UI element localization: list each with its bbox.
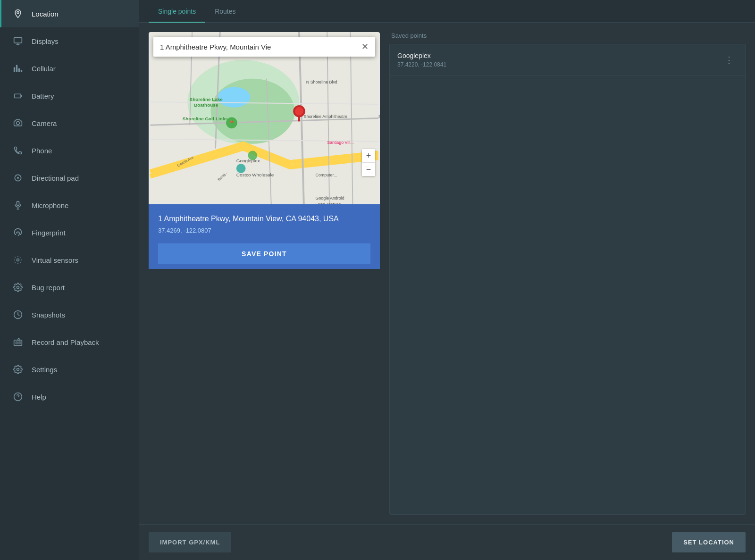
svg-text:Shoreline Amphitheatre: Shoreline Amphitheatre (378, 114, 380, 119)
sidebar-item-battery-label: Battery (32, 92, 54, 100)
bug-report-icon (13, 282, 23, 293)
import-gpx-kml-button[interactable]: IMPORT GPX/KML (149, 532, 231, 552)
sidebar-item-cellular-label: Cellular (32, 65, 56, 73)
cellular-icon (13, 63, 23, 74)
saved-point-name: Googleplex (397, 52, 721, 59)
search-bar: ✕ (153, 37, 375, 57)
svg-text:Lawn Statues: Lawn Statues (316, 202, 341, 204)
sidebar-item-camera-label: Camera (32, 119, 57, 127)
map-container: ✕ (149, 32, 380, 204)
sidebar-item-bug-report[interactable]: Bug report (0, 274, 139, 301)
map-svg: Shoreline Lake Boathouse Shoreline Golf … (149, 32, 380, 204)
sidebar-item-fingerprint[interactable]: Fingerprint (0, 219, 139, 246)
bottom-bar: IMPORT GPX/KML SET LOCATION (139, 524, 755, 560)
settings-icon (13, 364, 23, 375)
main-content: Single points Routes ✕ (139, 0, 755, 560)
svg-text:Google Android: Google Android (316, 196, 344, 201)
sidebar-item-record-playback-label: Record and Playback (32, 338, 99, 346)
list-item[interactable]: Googleplex 37.4220, -122.0841 ⋮ (390, 44, 745, 76)
svg-point-17 (17, 368, 19, 371)
battery-icon (13, 91, 23, 101)
sidebar-item-battery[interactable]: Battery (0, 82, 139, 109)
sidebar: Location Displays Cellular Battery (0, 0, 139, 560)
svg-point-5 (17, 122, 20, 125)
saved-points-panel: Saved points Googleplex 37.4220, -122.08… (389, 32, 746, 515)
clear-search-icon[interactable]: ✕ (361, 42, 369, 52)
directional-pad-icon (13, 173, 23, 183)
sidebar-item-help[interactable]: Help (0, 383, 139, 410)
svg-point-22 (211, 79, 295, 144)
zoom-in-button[interactable]: + (362, 149, 375, 162)
svg-rect-8 (17, 201, 19, 206)
sidebar-item-microphone-label: Microphone (32, 201, 68, 209)
sidebar-item-camera[interactable]: Camera (0, 109, 139, 137)
svg-point-11 (17, 259, 19, 261)
sidebar-item-help-label: Help (32, 393, 46, 401)
microphone-icon (13, 200, 23, 210)
snapshots-icon (13, 309, 23, 320)
fingerprint-icon (13, 227, 23, 238)
svg-rect-16 (19, 342, 21, 344)
sidebar-item-virtual-sensors-label: Virtual sensors (32, 256, 78, 264)
svg-text:Shoreline Golf Links: Shoreline Golf Links (183, 116, 228, 121)
camera-icon (13, 118, 23, 128)
svg-text:N Shoreline Blvd: N Shoreline Blvd (306, 80, 337, 84)
displays-icon (13, 36, 23, 46)
sidebar-item-virtual-sensors[interactable]: Virtual sensors (0, 246, 139, 274)
saved-points-list: Googleplex 37.4220, -122.0841 ⋮ (389, 44, 746, 515)
saved-point-info: Googleplex 37.4220, -122.0841 (397, 52, 721, 68)
svg-text:Shoreline Lake: Shoreline Lake (190, 97, 223, 102)
address-text: 1 Amphitheatre Pkwy, Mountain View, CA 9… (158, 214, 370, 224)
save-point-button[interactable]: SAVE POINT (158, 243, 370, 264)
tab-single-points[interactable]: Single points (149, 0, 205, 23)
svg-point-0 (17, 11, 19, 13)
sidebar-item-displays[interactable]: Displays (0, 27, 139, 55)
address-panel: 1 Amphitheatre Pkwy, Mountain View, CA 9… (149, 204, 380, 269)
svg-text:Shoreline Amphitheatre: Shoreline Amphitheatre (304, 114, 347, 119)
sidebar-item-cellular[interactable]: Cellular (0, 55, 139, 82)
svg-text:📍: 📍 (229, 120, 235, 126)
sidebar-item-location[interactable]: Location (0, 0, 139, 27)
svg-text:Googleplex: Googleplex (236, 158, 260, 163)
saved-point-coords: 37.4220, -122.0841 (397, 61, 721, 68)
help-icon (13, 392, 23, 402)
svg-rect-4 (15, 94, 21, 98)
sidebar-item-record-playback[interactable]: Record and Playback (0, 328, 139, 356)
sidebar-item-snapshots[interactable]: Snapshots (0, 301, 139, 328)
sidebar-item-snapshots-label: Snapshots (32, 311, 65, 319)
sidebar-item-phone-label: Phone (32, 147, 52, 155)
sidebar-item-settings-label: Settings (32, 366, 57, 374)
svg-point-44 (295, 107, 303, 116)
sidebar-item-phone[interactable]: Phone (0, 137, 139, 164)
record-playback-icon (13, 337, 23, 347)
sidebar-item-location-label: Location (32, 10, 59, 18)
svg-text:Santiago Vill...: Santiago Vill... (327, 140, 353, 145)
svg-point-42 (236, 164, 246, 173)
zoom-out-button[interactable]: − (362, 163, 375, 176)
svg-rect-1 (14, 38, 22, 43)
set-location-button[interactable]: SET LOCATION (672, 532, 746, 552)
sidebar-item-directional-pad-label: Directional pad (32, 174, 79, 182)
search-input[interactable] (160, 43, 361, 51)
virtual-sensors-icon (13, 255, 23, 265)
location-icon (13, 8, 23, 19)
sidebar-item-directional-pad[interactable]: Directional pad (0, 164, 139, 192)
svg-text:Boathouse: Boathouse (194, 102, 218, 108)
svg-point-12 (17, 286, 19, 289)
saved-points-title: Saved points (389, 32, 746, 39)
sidebar-item-settings[interactable]: Settings (0, 356, 139, 383)
map-card: ✕ (149, 32, 380, 515)
sidebar-item-displays-label: Displays (32, 37, 59, 45)
svg-point-41 (248, 151, 257, 160)
svg-point-15 (16, 342, 18, 344)
tab-routes[interactable]: Routes (205, 0, 245, 23)
zoom-controls: + − (362, 149, 375, 176)
svg-text:Computer...: Computer... (316, 173, 337, 177)
more-options-icon[interactable]: ⋮ (721, 52, 738, 67)
sidebar-item-microphone[interactable]: Microphone (0, 192, 139, 219)
coords-text: 37.4269, -122.0807 (158, 227, 370, 234)
sidebar-item-bug-report-label: Bug report (32, 284, 65, 292)
svg-point-7 (17, 177, 19, 179)
phone-icon (13, 145, 23, 156)
sidebar-item-fingerprint-label: Fingerprint (32, 229, 66, 237)
